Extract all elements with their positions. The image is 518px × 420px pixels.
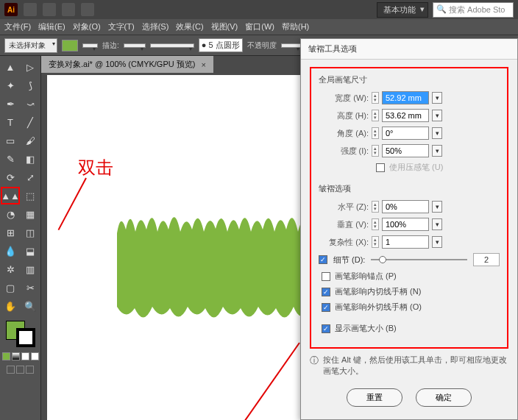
complex-spinner[interactable]: ▴▾ <box>372 236 379 248</box>
horiz-input[interactable] <box>382 200 429 213</box>
width-input[interactable] <box>382 91 429 104</box>
width-spinner[interactable]: ▴▾ <box>372 92 379 104</box>
eyedropper-tool[interactable]: 💧 <box>1 243 19 259</box>
zoom-tool[interactable]: 🔍 <box>21 298 39 314</box>
arrange-icon[interactable] <box>62 3 75 16</box>
angle-dd[interactable]: ▾ <box>432 127 442 139</box>
app-top-bar: Ai 基本功能 🔍搜索 Adobe Sto <box>0 0 518 19</box>
workspace-dropdown[interactable]: 基本功能 <box>377 2 428 18</box>
search-input[interactable]: 🔍搜索 Adobe Sto <box>433 2 514 18</box>
shape-builder-tool[interactable]: ◔ <box>1 206 19 222</box>
rectangle-tool[interactable]: ▭ <box>1 132 19 149</box>
document-tab[interactable]: 变换对象.ai* @ 100% (CMYK/GPU 预览) × <box>41 56 213 73</box>
height-dd[interactable]: ▾ <box>432 110 442 121</box>
intensity-spinner[interactable]: ▴▾ <box>372 145 379 157</box>
outtan-checkbox[interactable]: ✓ <box>322 303 330 312</box>
menu-file[interactable]: 文件(F) <box>4 21 31 32</box>
stroke-label: 描边: <box>102 40 119 51</box>
menu-object[interactable]: 对象(O) <box>73 21 101 32</box>
screen-mode-row[interactable] <box>1 366 39 374</box>
width-dd[interactable]: ▾ <box>432 92 442 104</box>
horiz-dd[interactable]: ▾ <box>432 201 442 213</box>
pen-tool[interactable]: ✒ <box>1 96 19 112</box>
line-tool[interactable]: ╱ <box>21 114 39 130</box>
vert-spinner[interactable]: ▴▾ <box>372 218 379 230</box>
global-brush-section: 全局画笔尺寸 <box>319 74 500 85</box>
menu-type[interactable]: 文字(T) <box>108 21 135 32</box>
rotate-tool[interactable]: ⟳ <box>1 169 19 185</box>
detail-checkbox[interactable]: ✓ <box>319 255 327 264</box>
dialog-title: 皱褶工具选项 <box>301 39 517 60</box>
tab-title: 变换对象.ai* @ 100% (CMYK/GPU 预览) <box>49 59 195 70</box>
grass-artwork[interactable] <box>117 204 308 329</box>
curvature-tool[interactable]: ⤻ <box>21 96 39 112</box>
height-input[interactable] <box>382 109 429 122</box>
intensity-dd[interactable]: ▾ <box>432 145 442 157</box>
hint-text: 按住 Alt 键，然后使用该工具单击，即可相应地更改画笔大小。 <box>323 355 508 377</box>
hand-tool[interactable]: ✋ <box>1 298 19 314</box>
menu-effect[interactable]: 效果(C) <box>176 21 203 32</box>
menu-help[interactable]: 帮助(H) <box>282 21 309 32</box>
menu-edit[interactable]: 编辑(E) <box>38 21 65 32</box>
color-mode-row[interactable] <box>1 352 39 360</box>
bridge-icon[interactable] <box>24 3 37 16</box>
free-transform-tool[interactable]: ⬚ <box>21 188 39 204</box>
stroke-weight[interactable] <box>124 43 146 48</box>
fill-swatch[interactable] <box>62 40 78 51</box>
selection-status[interactable]: 未选择对象 <box>4 38 57 53</box>
eraser-tool[interactable]: ◧ <box>21 151 39 167</box>
vert-dd[interactable]: ▾ <box>432 218 442 230</box>
complex-dd[interactable]: ▾ <box>432 236 442 248</box>
width-label: 宽度 (W): <box>319 93 369 104</box>
selection-tool[interactable]: ▲ <box>1 59 19 75</box>
blend-tool[interactable]: ⬓ <box>21 243 39 259</box>
intan-checkbox[interactable]: ✓ <box>322 288 330 296</box>
vert-input[interactable] <box>382 218 429 231</box>
detail-value[interactable]: 2 <box>473 253 500 266</box>
magic-wand-tool[interactable]: ✦ <box>1 77 19 93</box>
fill-dd[interactable] <box>82 43 98 48</box>
angle-spinner[interactable]: ▴▾ <box>372 127 379 139</box>
angle-input[interactable] <box>382 127 429 140</box>
height-label: 高度 (H): <box>319 110 369 121</box>
lasso-tool[interactable]: ⟆ <box>21 77 39 93</box>
opacity-dd[interactable] <box>281 43 302 48</box>
symbol-sprayer-tool[interactable]: ✲ <box>1 261 19 277</box>
mesh-tool[interactable]: ⊞ <box>1 224 19 241</box>
direct-select-tool[interactable]: ▷ <box>21 59 39 75</box>
intensity-input[interactable] <box>382 144 429 157</box>
search-icon: 🔍 <box>436 4 447 15</box>
annotation-arrow <box>58 178 87 231</box>
intensity-label: 强度 (I): <box>319 146 369 157</box>
stroke-profile[interactable] <box>150 43 194 48</box>
wrinkle-tool[interactable]: ▲▲ <box>1 188 19 204</box>
highlight-box: 全局画笔尺寸 宽度 (W):▴▾▾ 高度 (H):▴▾▾ 角度 (A):▴▾▾ … <box>310 67 508 349</box>
stock-icon[interactable] <box>43 3 56 16</box>
complex-input[interactable] <box>382 235 429 249</box>
fill-stroke-swatch[interactable] <box>1 319 39 349</box>
info-icon: ⓘ <box>310 355 319 377</box>
anchor-checkbox[interactable] <box>322 272 330 281</box>
close-icon[interactable]: × <box>201 60 205 69</box>
shaper-tool[interactable]: ✎ <box>1 151 19 167</box>
scale-tool[interactable]: ⤢ <box>21 169 39 185</box>
detail-label: 细节 (D): <box>333 255 365 266</box>
artboard-tool[interactable]: ▢ <box>1 280 19 296</box>
horiz-spinner[interactable]: ▴▾ <box>372 201 379 213</box>
type-tool[interactable]: T <box>1 114 19 130</box>
menu-view[interactable]: 视图(V) <box>211 21 238 32</box>
graph-tool[interactable]: ▥ <box>21 261 39 277</box>
slice-tool[interactable]: ✂ <box>21 280 39 296</box>
brush-tool[interactable]: 🖌 <box>21 132 39 149</box>
perspective-tool[interactable]: ▦ <box>21 206 39 222</box>
showsize-checkbox[interactable]: ✓ <box>322 324 330 333</box>
reset-button[interactable]: 重置 <box>347 388 402 407</box>
detail-slider[interactable] <box>371 259 467 260</box>
ok-button[interactable]: 确定 <box>416 388 472 407</box>
menu-select[interactable]: 选择(S) <box>142 21 169 32</box>
misc-icon[interactable] <box>81 3 94 16</box>
menu-window[interactable]: 窗口(W) <box>245 21 274 32</box>
gradient-tool[interactable]: ◫ <box>21 224 39 241</box>
height-spinner[interactable]: ▴▾ <box>372 110 379 121</box>
brush-dd[interactable]: ● 5 点圆形 <box>199 38 243 52</box>
